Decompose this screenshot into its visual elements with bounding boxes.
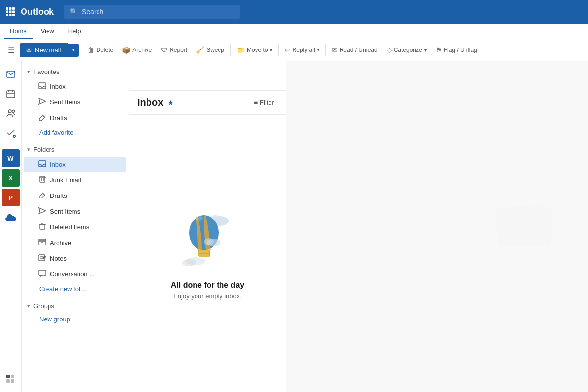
new-group-link[interactable]: New group [22, 313, 129, 326]
move-to-icon: 📁 [237, 46, 245, 54]
sidebar-item-deleted[interactable]: Deleted Items [24, 220, 126, 235]
svg-marker-24 [39, 98, 46, 104]
inbox-folder-icon [38, 160, 46, 169]
nav-apps-icon[interactable] [2, 370, 20, 388]
sidebar-item-fav-inbox[interactable]: Inbox [24, 79, 126, 94]
sent-folder-icon [38, 207, 46, 216]
deleted-icon [38, 223, 46, 231]
archive-folder-label: Archive [50, 239, 71, 246]
delete-label: Delete [96, 47, 113, 53]
groups-chevron-icon: ▾ [27, 303, 30, 309]
add-favorite-link[interactable]: Add favorite [22, 126, 129, 139]
conversation-icon [38, 270, 46, 278]
sidebar-item-archive[interactable]: Archive [24, 235, 126, 250]
svg-point-15 [12, 110, 14, 113]
svg-point-54 [204, 238, 214, 245]
fav-drafts-label: Drafts [50, 114, 67, 122]
svg-rect-19 [6, 375, 10, 378]
nav-powerpoint-icon[interactable]: P [2, 189, 20, 206]
sidebar-item-fav-sent[interactable]: Sent Items [24, 95, 126, 110]
inbox-title: Inbox [137, 97, 163, 108]
svg-rect-5 [12, 11, 15, 13]
sweep-button[interactable]: 🧹 Sweep [192, 43, 228, 57]
inbox-folder-label: Inbox [50, 161, 66, 168]
tab-home[interactable]: Home [4, 24, 33, 39]
junk-label: Junk Email [50, 176, 81, 184]
categorize-button[interactable]: ◇ Categorize ▾ [383, 43, 431, 57]
svg-rect-22 [11, 379, 14, 383]
sweep-icon: 🧹 [196, 46, 204, 54]
report-button[interactable]: 🛡 Report [157, 43, 191, 57]
svg-rect-10 [7, 91, 15, 98]
new-mail-dropdown-button[interactable]: ▾ [68, 44, 79, 57]
nav-calendar-icon[interactable] [2, 85, 20, 102]
tab-help[interactable]: Help [62, 24, 87, 39]
hamburger-button[interactable]: ☰ [4, 43, 19, 58]
favorites-section-header[interactable]: ▾ Favorites [22, 65, 129, 78]
nav-mail-icon[interactable] [2, 65, 20, 83]
nav-onedrive-icon[interactable] [2, 208, 20, 226]
content-area: Inbox ★ ≡ Filter [129, 61, 588, 392]
filter-icon: ≡ [254, 98, 258, 106]
svg-point-14 [8, 110, 11, 113]
email-list-panel: Inbox ★ ≡ Filter [129, 61, 286, 392]
groups-section-header[interactable]: ▾ Groups [22, 299, 129, 313]
main-layout: W X P ▾ Favorites [0, 61, 588, 392]
reply-all-chevron-icon: ▾ [317, 48, 319, 53]
folders-section-header[interactable]: ▾ Folders [22, 143, 129, 156]
search-input[interactable] [82, 8, 234, 16]
nav-icons: W X P [0, 61, 22, 392]
sidebar-item-fav-drafts[interactable]: Drafts [24, 110, 126, 125]
sidebar-item-junk[interactable]: Junk Email [24, 172, 126, 188]
email-list-top-divider [129, 61, 286, 91]
nav-people-icon[interactable] [2, 104, 20, 122]
svg-rect-26 [39, 161, 46, 167]
ribbon-separator-1 [81, 44, 81, 56]
read-unread-button[interactable]: ✉ Read / Unread [328, 43, 382, 57]
favorites-label: Favorites [33, 68, 59, 75]
create-folder-link[interactable]: Create new fol... [22, 282, 129, 295]
svg-rect-42 [39, 270, 46, 275]
sweep-label: Sweep [206, 47, 224, 53]
archive-icon: 📦 [122, 46, 130, 54]
nav-word-icon[interactable]: W [2, 149, 20, 167]
move-to-button[interactable]: 📁 Move to ▾ [233, 43, 276, 57]
filter-button[interactable]: ≡ Filter [250, 97, 278, 108]
flag-icon: ⚑ [436, 46, 442, 54]
svg-point-46 [195, 216, 203, 220]
new-mail-btn-group: ✉ New mail ▾ [20, 43, 79, 57]
svg-point-56 [182, 259, 196, 266]
sidebar-item-notes[interactable]: Notes [24, 251, 126, 266]
tab-view[interactable]: View [35, 24, 60, 39]
svg-rect-8 [12, 14, 15, 16]
favorites-chevron-icon: ▾ [27, 69, 30, 75]
search-box[interactable]: 🔍 [64, 5, 240, 19]
sent-folder-label: Sent Items [50, 208, 80, 215]
svg-rect-23 [39, 83, 46, 89]
new-mail-button[interactable]: ✉ New mail [20, 43, 68, 57]
empty-state-illustration [178, 207, 237, 271]
svg-rect-33 [40, 224, 45, 229]
sidebar-item-drafts[interactable]: Drafts [24, 188, 126, 203]
svg-rect-20 [11, 375, 14, 378]
reply-all-button[interactable]: ↩ Reply all ▾ [281, 43, 323, 57]
sidebar-item-conversation[interactable]: Conversation ... [24, 267, 126, 282]
archive-button[interactable]: 📦 Archive [118, 43, 156, 57]
sidebar-item-sent[interactable]: Sent Items [24, 204, 126, 219]
reply-all-icon: ↩ [285, 46, 291, 54]
top-bar: Outlook 🔍 [0, 0, 588, 24]
empty-state-title: All done for the day [171, 281, 244, 290]
flag-unflag-button[interactable]: ⚑ Flag / Unflag [432, 43, 481, 57]
nav-tasks-icon[interactable] [2, 124, 20, 142]
svg-rect-1 [9, 7, 12, 10]
junk-icon [38, 176, 46, 184]
reading-pane-ghost [495, 199, 559, 255]
delete-button[interactable]: 🗑 Delete [83, 43, 117, 57]
fav-sent-label: Sent Items [50, 98, 80, 106]
sidebar-item-inbox[interactable]: Inbox [24, 157, 126, 172]
inbox-star-icon[interactable]: ★ [167, 98, 174, 107]
app-grid-icon[interactable] [6, 7, 15, 16]
nav-excel-icon[interactable]: X [2, 169, 20, 187]
fav-inbox-label: Inbox [50, 83, 66, 90]
notes-icon [38, 254, 46, 263]
